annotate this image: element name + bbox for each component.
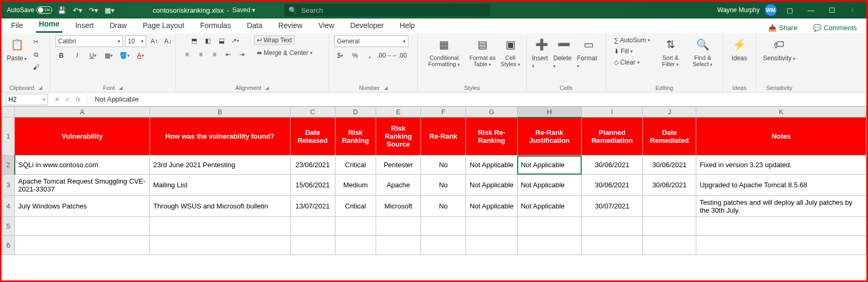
cell[interactable]: July Windows Patches [15,196,150,217]
header-planned-remediation[interactable]: Planned Remediation [582,117,643,156]
cell[interactable] [517,217,582,236]
font-size-combo[interactable]: 10▾ [125,35,146,47]
sort-filter-button[interactable]: ⇅Sort & Filter [657,35,684,67]
format-cells-button[interactable]: ▭Format [577,35,600,69]
fill-button[interactable]: ⬇ Fill [611,47,636,56]
cut-icon[interactable]: ✂ [30,37,42,47]
share-button[interactable]: 📤 Share [765,23,800,33]
redo-icon[interactable]: ↷▾ [87,4,100,16]
format-as-table-button[interactable]: ▤Format as Table [467,35,498,67]
autosum-button[interactable]: ∑ AutoSum [611,35,653,45]
cell[interactable]: 13/07/2021 [290,196,335,217]
comma-icon[interactable]: , [364,50,376,61]
delete-cells-button[interactable]: ➖Delete [553,35,575,69]
cell[interactable] [290,217,335,236]
formula-input[interactable]: Not Applicable [90,95,138,103]
user-avatar[interactable]: WM [765,4,777,16]
cell[interactable]: Not Applicable [466,156,517,175]
cell[interactable] [582,236,643,255]
autosave-toggle[interactable]: AutoSave On [7,6,52,14]
cell[interactable]: 23/06/2021 [290,156,335,175]
cell[interactable]: Apache [376,175,421,196]
selected-cell[interactable]: Not Applicable [517,156,582,175]
border-icon[interactable]: ▦ [103,50,115,61]
col-header-D[interactable]: D [335,107,376,117]
row-header-6[interactable]: 6 [2,236,15,255]
col-header-A[interactable]: A [15,107,150,117]
decrease-font-icon[interactable]: A↓ [162,36,174,47]
orientation-icon[interactable]: ↗ [229,35,241,46]
close-icon[interactable]: 〉 [845,4,861,16]
cell[interactable] [150,236,290,255]
cell[interactable]: 30/07/2021 [582,196,643,217]
tab-help[interactable]: Help [397,19,418,33]
align-center-icon[interactable]: ≡ [195,49,207,60]
format-painter-icon[interactable]: 🖌 [30,62,42,72]
underline-icon[interactable]: U [87,50,99,61]
header-vulnerability[interactable]: Vulnerability [15,117,150,156]
cell[interactable]: Not Applicable [517,175,582,196]
cell[interactable] [15,217,150,236]
cell[interactable]: 15/06/2021 [290,175,335,196]
cell[interactable] [335,217,376,236]
cell[interactable] [290,236,335,255]
increase-indent-icon[interactable]: ⇥ [236,49,248,60]
user-name[interactable]: Wayne Murphy [717,6,760,14]
decrease-decimal-icon[interactable]: ←.00 [394,50,405,61]
maximize-icon[interactable]: ☐ [824,4,840,16]
align-middle-icon[interactable]: ◧ [202,35,213,46]
cancel-formula-icon[interactable]: ✕ [54,96,60,103]
tab-home[interactable]: Home [36,17,63,33]
cell[interactable]: 30/06/2021 [642,156,696,175]
find-select-button[interactable]: 🔍Find & Select [688,35,717,67]
insert-cells-button[interactable]: ➕Insert [532,35,551,69]
cell[interactable]: Apache Tomcat Request Smuggling CVE-2021… [15,175,150,196]
cell[interactable] [582,217,643,236]
name-box[interactable]: H2▾ [6,94,48,105]
search-input[interactable]: 🔍 Search [284,4,490,16]
save-icon[interactable]: 💾 [55,4,68,16]
cell[interactable]: Critical [335,156,376,175]
percent-icon[interactable]: % [349,50,361,61]
cell[interactable] [466,236,517,255]
column-headers[interactable]: A B C D E F G H I J K [2,107,866,117]
tab-file[interactable]: File [8,19,26,33]
col-header-I[interactable]: I [582,107,643,117]
cell[interactable]: Upgraded to Apache Tomcat 8.5.68 [696,175,866,196]
minimize-icon[interactable]: — [803,4,819,16]
row-header-2[interactable]: 2 [2,156,15,175]
tab-developer[interactable]: Developer [347,19,387,33]
header-risk-ranking[interactable]: Risk Ranking [335,117,376,156]
col-header-C[interactable]: C [290,107,335,117]
cell[interactable]: Not Applicable [517,196,582,217]
tab-page-layout[interactable]: Page Layout [139,19,188,33]
cell[interactable]: Medium [335,175,376,196]
col-header-G[interactable]: G [466,107,517,117]
col-header-E[interactable]: E [376,107,421,117]
ribbon-display-icon[interactable]: ▢ [782,4,798,16]
cell[interactable] [376,236,421,255]
cell[interactable] [421,217,466,236]
header-rerank-justification[interactable]: Re-Rank Justification [517,117,582,156]
merge-center-button[interactable]: ⬌ Merge & Center [254,48,315,58]
cell[interactable] [15,236,150,255]
align-top-icon[interactable]: ⬒ [188,35,200,46]
cell[interactable]: 30/06/2021 [582,175,643,196]
paste-button[interactable]: 📋 Paste [7,35,27,62]
header-risk-source[interactable]: Risk Ranking Source [376,117,421,156]
col-header-F[interactable]: F [421,107,466,117]
header-found[interactable]: How was the vulnerability found? [150,117,290,156]
conditional-formatting-button[interactable]: ▦Conditional Formatting [423,35,465,67]
enter-formula-icon[interactable]: ✓ [65,96,70,103]
col-header-H[interactable]: H [517,107,582,117]
tab-data[interactable]: Data [244,19,266,33]
align-left-icon[interactable]: ≡ [181,49,193,60]
fill-color-icon[interactable]: 🪣 [119,50,130,61]
tab-formulas[interactable]: Formulas [197,19,234,33]
tab-draw[interactable]: Draw [106,19,130,33]
align-right-icon[interactable]: ≡ [209,49,220,60]
cell[interactable]: No [421,175,466,196]
cell[interactable] [642,196,696,217]
cell[interactable]: Testing patches and will deploy all July… [696,196,866,217]
select-all-corner[interactable] [2,107,15,117]
